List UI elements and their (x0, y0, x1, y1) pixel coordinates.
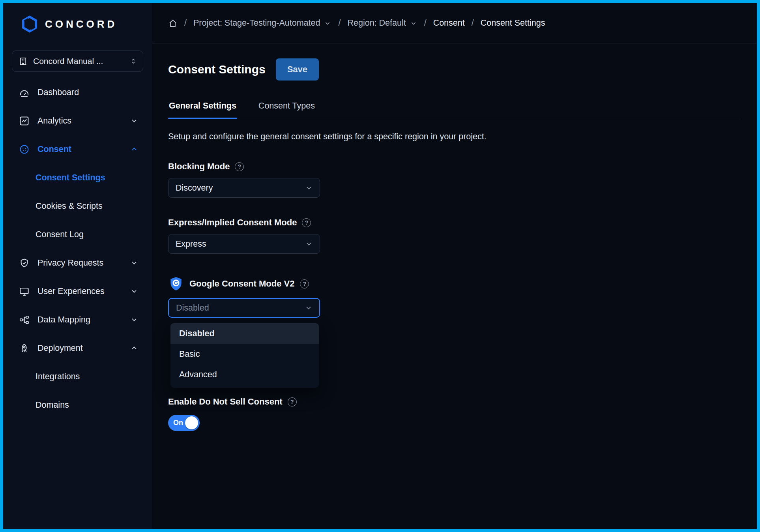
sidebar-item-consent[interactable]: Consent (12, 135, 143, 163)
org-selector[interactable]: Concord Manual ... (12, 51, 143, 72)
sidebar-item-privacy-requests[interactable]: Privacy Requests (12, 249, 143, 277)
sidebar-item-analytics[interactable]: Analytics (12, 107, 143, 135)
sidebar: CONCORD Concord Manual ... (3, 3, 152, 529)
breadcrumb-project-label: Project: Stage-Testing-Automated (193, 18, 320, 28)
sidebar-item-data-mapping[interactable]: Data Mapping (12, 305, 143, 334)
chevron-down-icon (324, 19, 331, 27)
chevron-down-icon (130, 116, 139, 125)
brand-name: CONCORD (45, 18, 117, 30)
chevron-down-icon (304, 303, 313, 312)
blocking-mode-value: Discovery (176, 183, 213, 193)
breadcrumb-separator: / (424, 18, 427, 28)
sidebar-item-user-experiences[interactable]: User Experiences (12, 277, 143, 305)
page-title: Consent Settings (168, 63, 266, 76)
express-mode-label-row: Express/Implied Consent Mode ? (168, 217, 741, 228)
express-mode-value: Express (176, 239, 206, 249)
express-mode-select[interactable]: Express (168, 234, 320, 254)
sidebar-nav: Dashboard Analytics (12, 78, 143, 419)
toggle-on-label: On (173, 419, 183, 427)
help-icon[interactable]: ? (302, 218, 311, 227)
home-icon[interactable] (168, 19, 178, 28)
dropdown-option-basic[interactable]: Basic (170, 344, 319, 364)
up-down-chevron-icon (129, 57, 137, 65)
blocking-mode-label-row: Blocking Mode ? (168, 161, 741, 172)
google-consent-value: Disabled (176, 303, 209, 313)
breadcrumb-separator: / (472, 18, 474, 28)
monitor-icon (19, 286, 30, 297)
main-area: / Project: Stage-Testing-Automated / Reg… (152, 3, 757, 529)
app-window: CONCORD Concord Manual ... (0, 0, 760, 532)
chevron-down-icon (130, 259, 139, 267)
sidebar-item-dashboard[interactable]: Dashboard (12, 78, 143, 107)
tab-general-settings[interactable]: General Settings (168, 96, 237, 119)
express-mode-label: Express/Implied Consent Mode (168, 217, 297, 228)
chevron-up-icon (130, 344, 139, 352)
google-shield-icon: G (168, 276, 184, 292)
do-not-sell-label: Enable Do Not Sell Consent (168, 397, 283, 407)
sidebar-item-consent-settings[interactable]: Consent Settings (36, 163, 143, 192)
sidebar-item-label: Consent (37, 144, 71, 154)
blocking-mode-label: Blocking Mode (168, 161, 230, 172)
deployment-submenu: Integrations Domains (12, 362, 143, 419)
blocking-mode-select[interactable]: Discovery (168, 178, 320, 198)
breadcrumb-separator: / (184, 18, 187, 28)
dropdown-option-advanced[interactable]: Advanced (170, 364, 319, 385)
do-not-sell-toggle[interactable]: On (168, 415, 200, 431)
building-icon (19, 57, 28, 66)
sidebar-item-domains[interactable]: Domains (36, 391, 143, 419)
chevron-down-icon (130, 287, 139, 296)
sidebar-item-label: Dashboard (37, 88, 79, 97)
rocket-icon (19, 343, 30, 354)
dashboard-icon (19, 87, 30, 98)
sidebar-item-cookies-scripts[interactable]: Cookies & Scripts (36, 192, 143, 220)
do-not-sell-label-row: Enable Do Not Sell Consent ? (168, 397, 741, 407)
chevron-down-icon (305, 184, 313, 192)
sidebar-item-label: User Experiences (37, 287, 105, 296)
breadcrumb-project-dropdown[interactable]: Project: Stage-Testing-Automated (193, 18, 331, 28)
shield-check-icon (19, 258, 30, 268)
svg-text:G: G (174, 280, 178, 286)
tab-consent-types[interactable]: Consent Types (258, 96, 316, 119)
sidebar-item-label: Deployment (37, 343, 83, 353)
google-consent-dropdown: Disabled Basic Advanced (170, 323, 319, 388)
cookie-icon (19, 144, 30, 155)
brand-logo: CONCORD (12, 15, 143, 33)
save-button[interactable]: Save (276, 58, 319, 81)
help-icon[interactable]: ? (235, 162, 244, 171)
google-consent-label-row: G Google Consent Mode V2 ? (168, 276, 741, 292)
breadcrumb-region-label: Region: Default (347, 18, 406, 28)
chevron-down-icon (305, 240, 313, 248)
sidebar-item-label: Analytics (37, 116, 71, 126)
dropdown-option-disabled[interactable]: Disabled (170, 323, 319, 344)
google-consent-label: Google Consent Mode V2 (189, 279, 294, 289)
help-icon[interactable]: ? (288, 397, 297, 406)
sidebar-item-label: Privacy Requests (37, 258, 103, 268)
breadcrumb-region-dropdown[interactable]: Region: Default (347, 18, 417, 28)
brand-hexagon-icon (21, 15, 39, 33)
analytics-icon (19, 116, 30, 126)
toggle-knob (185, 416, 198, 429)
chevron-down-icon (410, 19, 417, 27)
tabs: General Settings Consent Types (168, 96, 741, 119)
breadcrumb-separator: / (338, 18, 341, 28)
sidebar-item-consent-log[interactable]: Consent Log (36, 220, 143, 249)
sidebar-item-label: Data Mapping (37, 315, 90, 325)
google-consent-select[interactable]: Disabled (168, 298, 320, 318)
content: Consent Settings Save General Settings C… (152, 43, 757, 431)
breadcrumb: / Project: Stage-Testing-Automated / Reg… (152, 3, 757, 43)
consent-submenu: Consent Settings Cookies & Scripts Conse… (12, 163, 143, 249)
org-selector-label: Concord Manual ... (33, 56, 103, 66)
title-row: Consent Settings Save (168, 58, 741, 81)
chevron-up-icon (130, 145, 139, 154)
breadcrumb-section[interactable]: Consent (433, 18, 465, 28)
page-description: Setup and configure the general consent … (168, 132, 741, 142)
sidebar-item-integrations[interactable]: Integrations (36, 362, 143, 391)
breadcrumb-page[interactable]: Consent Settings (481, 18, 545, 28)
chevron-down-icon (130, 315, 139, 324)
data-mapping-icon (19, 315, 30, 325)
sidebar-item-deployment[interactable]: Deployment (12, 334, 143, 362)
help-icon[interactable]: ? (300, 279, 309, 288)
